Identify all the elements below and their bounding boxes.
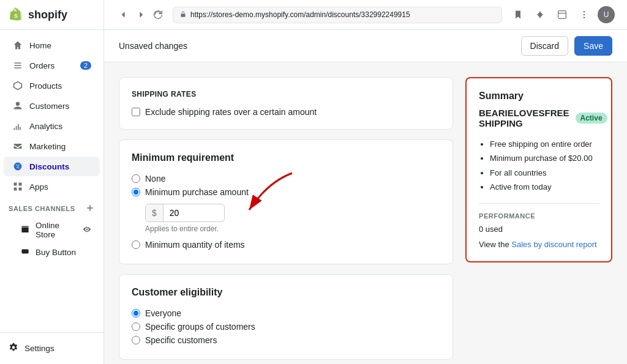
sidebar-item-online-store[interactable]: Online Store (4, 217, 100, 243)
sidebar-item-marketing[interactable]: Marketing (4, 136, 100, 156)
radio-min-purchase-label: Minimum purchase amount (145, 187, 249, 197)
radio-min-qty-row: Minimum quantity of items (132, 238, 440, 251)
orders-icon (12, 60, 23, 71)
summary-panel: Summary BEARIELOVESFREE SHIPPING Active … (465, 77, 612, 349)
summary-detail-1: Minimum purchase of $20.00 (490, 151, 599, 165)
sidebar-item-home[interactable]: Home (4, 35, 100, 55)
admin-action-header: Unsaved changes Discard Save (104, 30, 627, 62)
settings-label: Settings (24, 344, 54, 353)
sidebar-item-marketing-label: Marketing (29, 142, 66, 151)
sidebar: S shopify Home Orders 2 (0, 0, 104, 364)
sidebar-navigation: Home Orders 2 Products Customers (0, 30, 103, 332)
summary-details-list: Free shipping on entire order Minimum pu… (479, 137, 599, 195)
save-button[interactable]: Save (574, 36, 612, 56)
svg-point-5 (584, 11, 585, 12)
unsaved-changes-label: Unsaved changes (119, 41, 187, 51)
helper-text: Applies to entire order. (145, 225, 440, 233)
sidebar-item-orders-label: Orders (29, 61, 54, 70)
exclude-shipping-label: Exclude shipping rates over a certain am… (145, 107, 317, 117)
main-column: SHIPPING RATES Exclude shipping rates ov… (119, 77, 453, 349)
online-store-eye-icon[interactable] (83, 225, 91, 236)
add-sales-channel-icon[interactable] (85, 203, 95, 214)
report-link-text: View the Sales by discount report (479, 240, 599, 249)
products-icon (12, 80, 23, 91)
online-store-icon (21, 225, 29, 236)
radio-min-qty[interactable] (132, 240, 140, 249)
browser-topbar: https://stores-demo.myshopify.com/admin/… (104, 0, 627, 30)
customers-icon (12, 100, 23, 111)
shipping-rates-title: SHIPPING RATES (132, 90, 440, 98)
radio-specific-customers-row: Specific customers (132, 333, 440, 347)
customer-eligibility-card: Customer eligibility Everyone Specific g… (119, 274, 453, 360)
exclude-shipping-checkbox[interactable] (132, 108, 140, 116)
radio-everyone-row: Everyone (132, 306, 440, 320)
sidebar-item-orders[interactable]: Orders 2 (4, 56, 100, 75)
apps-icon (12, 181, 23, 192)
sidebar-item-settings[interactable]: Settings (9, 339, 95, 358)
lock-icon (179, 10, 187, 20)
user-avatar[interactable]: U (598, 6, 615, 23)
refresh-button[interactable] (151, 7, 165, 22)
url-text: https://stores-demo.myshopify.com/admin/… (190, 10, 410, 19)
amount-input-group: $ (145, 204, 225, 222)
performance-stat: 0 used (479, 225, 599, 234)
summary-detail-2: For all countries (490, 166, 599, 180)
active-badge: Active (576, 113, 607, 124)
browser-url-bar[interactable]: https://stores-demo.myshopify.com/admin/… (173, 7, 502, 23)
content-area: SHIPPING RATES Exclude shipping rates ov… (104, 62, 627, 364)
radio-min-purchase-row: Minimum purchase amount (132, 185, 440, 199)
svg-rect-3 (181, 13, 185, 17)
svg-text:S: S (14, 13, 18, 19)
currency-prefix: $ (146, 204, 163, 221)
shipping-rates-card: SHIPPING RATES Exclude shipping rates ov… (119, 77, 453, 130)
back-button[interactable] (116, 7, 131, 22)
radio-min-purchase[interactable] (132, 188, 140, 196)
discount-code: BEARIELOVESFREE SHIPPING (479, 108, 569, 128)
radio-none-row: None (132, 172, 440, 185)
exclude-shipping-row: Exclude shipping rates over a certain am… (132, 107, 440, 117)
online-store-label: Online Store (36, 221, 77, 239)
discard-button[interactable]: Discard (521, 36, 568, 56)
summary-title: Summary (479, 91, 599, 102)
sidebar-item-discounts-label: Discounts (29, 162, 69, 171)
radio-min-qty-label: Minimum quantity of items (145, 240, 245, 250)
radio-everyone-label: Everyone (145, 308, 181, 318)
marketing-icon (12, 141, 23, 152)
sidebar-item-products[interactable]: Products (4, 76, 100, 95)
sidebar-footer: Settings (0, 332, 103, 364)
sidebar-item-apps[interactable]: Apps (4, 177, 100, 196)
sidebar-item-customers[interactable]: Customers (4, 96, 100, 116)
summary-divider (479, 203, 599, 204)
radio-specific-groups-row: Specific groups of customers (132, 320, 440, 333)
tab-button[interactable] (554, 7, 571, 22)
buy-button-icon (21, 247, 29, 258)
forward-button[interactable] (133, 7, 148, 22)
sidebar-item-buy-button[interactable]: Buy Button (4, 243, 100, 261)
browser-nav-buttons (116, 7, 165, 22)
radio-none[interactable] (132, 174, 140, 183)
sales-channels-section-title: SALES CHANNELS (0, 197, 103, 217)
customer-eligibility-title: Customer eligibility (132, 287, 440, 298)
bookmark-button[interactable] (509, 7, 527, 22)
sidebar-item-analytics[interactable]: Analytics (4, 116, 100, 136)
sales-by-discount-link[interactable]: Sales by discount report (511, 240, 596, 249)
amount-input-container: $ (132, 204, 440, 233)
sidebar-item-apps-label: Apps (29, 182, 48, 191)
radio-everyone[interactable] (132, 309, 140, 318)
extension-button[interactable] (531, 7, 549, 22)
summary-card: Summary BEARIELOVESFREE SHIPPING Active … (465, 77, 612, 262)
sidebar-item-home-label: Home (29, 41, 51, 50)
browser-toolbar-right: U (509, 6, 615, 23)
radio-specific-groups[interactable] (132, 322, 140, 331)
summary-detail-0: Free shipping on entire order (490, 137, 599, 151)
menu-button[interactable] (576, 7, 593, 22)
sidebar-logo-text: shopify (28, 9, 67, 21)
analytics-icon (12, 121, 23, 132)
buy-button-label: Buy Button (36, 248, 76, 257)
amount-input[interactable] (163, 204, 212, 221)
radio-specific-customers[interactable] (132, 336, 140, 344)
sidebar-item-customers-label: Customers (29, 102, 69, 111)
discount-code-row: BEARIELOVESFREE SHIPPING Active (479, 108, 599, 128)
sidebar-item-discounts[interactable]: Discounts (4, 157, 100, 176)
minimum-requirement-card: Minimum requirement None Minimum purchas… (119, 139, 453, 264)
